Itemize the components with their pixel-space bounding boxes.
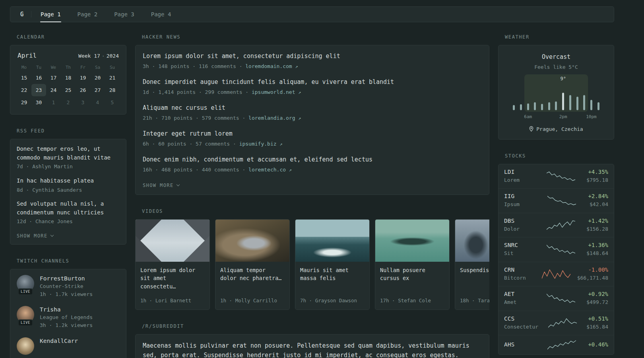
hn-story-domain-link[interactable]: loremlandia.org ↗: [248, 115, 301, 121]
twitch-card: LIVEForrestBurtonCounter-Strike1h · 1.7k…: [10, 269, 126, 358]
stock-values: +1.42%$156.28: [586, 218, 608, 233]
rss-item-meta: 12d · Chance Jones: [17, 218, 120, 226]
stock-name: Lorem: [504, 176, 535, 184]
hn-story-title[interactable]: Donec enim nibh, condimentum et accumsan…: [143, 155, 482, 164]
stock-row[interactable]: AETAmet+0.92%$499.72: [499, 286, 614, 311]
external-link-icon: ↗: [289, 167, 292, 173]
middle-column: HACKER NEWS Lorem ipsum dolor sit amet, …: [135, 34, 489, 358]
chevron-down-icon: [50, 233, 53, 237]
weather-bar: [520, 104, 522, 110]
dashboard-columns: CALENDAR April Week 17·2024 MoTuWeThFrSa…: [10, 34, 614, 358]
hn-story-title[interactable]: Donec imperdiet augue tincidunt felis al…: [143, 78, 482, 87]
app-logo[interactable]: G: [13, 7, 31, 22]
rss-list: Donec tempor eros leo, ut commodo mauris…: [17, 145, 120, 226]
weather-bar: [548, 102, 550, 110]
weather-bar-cell: [588, 85, 595, 110]
rss-item: Donec tempor eros leo, ut commodo mauris…: [17, 145, 120, 171]
video-thumbnail: [215, 220, 289, 262]
tab-page-2[interactable]: Page 2: [69, 7, 106, 22]
calendar-month: April: [17, 52, 37, 59]
stock-price: $42.04: [588, 200, 608, 208]
stock-symbol: LDI: [504, 169, 535, 175]
stock-name: Bitcorn: [504, 274, 535, 282]
stock-row[interactable]: CCSConsectetur+0.51%$165.84: [499, 311, 614, 335]
calendar-day: 25: [61, 84, 76, 96]
calendar-day: 26: [76, 84, 90, 96]
weather-location-row[interactable]: Prague, Czechia: [505, 126, 607, 132]
video-card[interactable]: Lorem ipsum dolor sit amet consectetu…1h…: [135, 219, 210, 310]
stock-row[interactable]: IIGIpsum+2.84%$42.04: [499, 188, 614, 213]
tab-page-4[interactable]: Page 4: [143, 7, 180, 22]
rss-item-title[interactable]: Sed volutpat nulla nisl, a condimentum n…: [17, 200, 120, 217]
hn-story-title[interactable]: Integer eget rutrum lorem: [143, 129, 482, 138]
stock-row[interactable]: AHS+0.46%: [499, 335, 614, 354]
twitch-channel-name[interactable]: ForrestBurton: [40, 275, 93, 282]
stock-name: Ipsum: [504, 200, 535, 208]
twitch-channel-name[interactable]: KendallCarr: [40, 338, 78, 344]
calendar-day: 3: [76, 96, 90, 109]
video-thumbnail: [136, 220, 209, 262]
weather-bar-cell: [524, 85, 531, 110]
stock-symbol: AET: [504, 291, 535, 297]
video-title: Suspendis diam: [460, 266, 489, 274]
video-card[interactable]: Nullam posuere cursus ex17h · Stefan Col…: [375, 219, 450, 310]
twitch-channel-name[interactable]: Trisha: [40, 306, 93, 313]
rss-item-meta: 7d · Ashlyn Martin: [17, 163, 120, 171]
video-thumbnail: [455, 220, 489, 262]
hackernews-show-more-button[interactable]: SHOW MORE: [143, 183, 179, 188]
video-title: Lorem ipsum dolor sit amet consectetu…: [140, 266, 205, 290]
tab-page-3[interactable]: Page 3: [106, 7, 143, 22]
twitch-channel-info: TrishaLeague of Legends3h · 1.2k viewers: [40, 306, 93, 329]
tab-page-1[interactable]: Page 1: [32, 7, 69, 22]
hackernews-widget: HACKER NEWS Lorem ipsum dolor sit amet, …: [135, 34, 489, 195]
video-card[interactable]: Suspendis diam18h · Tara: [455, 219, 489, 310]
hn-story-domain-link[interactable]: loremtech.co ↗: [248, 167, 292, 173]
hackernews-card: Lorem ipsum dolor sit amet, consectetur …: [135, 45, 489, 195]
stock-change: -1.00%: [577, 267, 608, 273]
subreddit-post-title[interactable]: Maecenas mollis pulvinar erat non posuer…: [143, 341, 482, 358]
calendar-weekday: Sa: [90, 61, 105, 72]
weather-peak-temp: 9°: [560, 76, 566, 82]
hackernews-widget-title: HACKER NEWS: [142, 34, 489, 40]
twitch-channel-game[interactable]: Counter-Strike: [40, 283, 93, 289]
video-title: Mauris sit amet massa felis: [300, 266, 365, 282]
hn-story-title[interactable]: Aliquam nec cursus elit: [143, 103, 482, 113]
hn-story-domain-link[interactable]: ipsumify.biz ↗: [239, 141, 283, 147]
twitch-channel-game[interactable]: League of Legends: [40, 314, 93, 320]
stock-sparkline-chart: [542, 269, 570, 279]
stock-id: CRNBitcorn: [504, 267, 535, 282]
twitch-avatar: [17, 337, 34, 355]
hn-story: Aliquam nec cursus elit21h · 710 points …: [143, 103, 482, 122]
stock-price: $156.28: [586, 225, 608, 233]
stock-sparkline-chart: [547, 220, 575, 230]
stock-row[interactable]: DBSDolor+1.42%$156.28: [499, 213, 614, 237]
stock-row[interactable]: SNRCSit+1.36%$148.64: [499, 237, 614, 262]
calendar-day: 2: [61, 96, 76, 109]
rss-item-title[interactable]: In hac habitasse platea: [17, 177, 120, 185]
hn-story-title[interactable]: Lorem ipsum dolor sit amet, consectetur …: [143, 52, 482, 61]
calendar-week-year: Week 17·2024: [78, 53, 119, 59]
calendar-day-grid: 1516171819202122232425262728293012345: [17, 72, 120, 109]
stock-row[interactable]: LDILorem+4.35%$795.18: [499, 164, 614, 189]
separator-dot: ·: [102, 53, 105, 59]
video-card[interactable]: Aliquam tempor dolor nec pharetra…1h · M…: [215, 219, 290, 310]
video-card[interactable]: Mauris sit amet massa felis7h · Grayson …: [295, 219, 370, 310]
weather-bar-cell: [574, 85, 581, 110]
video-title: Aliquam tempor dolor nec pharetra…: [220, 266, 285, 282]
subreddit-widget-title: /R/SUBREDDIT: [142, 323, 489, 329]
stock-row[interactable]: CRNBitcorn-1.00%$66,171.48: [499, 262, 614, 286]
hn-story: Donec enim nibh, condimentum et accumsan…: [143, 155, 482, 173]
rss-show-more-button[interactable]: SHOW MORE: [17, 233, 53, 239]
hn-story-domain-link[interactable]: ipsumworld.net ↗: [252, 89, 301, 95]
weather-bar: [541, 104, 543, 110]
weather-widget: WEATHER Overcast Feels like 5°C 9° 6am2p…: [498, 34, 614, 140]
stock-sparkline-chart: [547, 340, 576, 350]
video-title: Nullam posuere cursus ex: [380, 266, 444, 282]
weather-bar-cell: [595, 85, 602, 110]
rss-item-title[interactable]: Donec tempor eros leo, ut commodo mauris…: [17, 145, 120, 162]
calendar-widget-title: CALENDAR: [17, 34, 126, 40]
twitch-channel-info: ForrestBurtonCounter-Strike1h · 1.7k vie…: [40, 275, 93, 298]
hn-story-meta: 16h · 468 points · 440 comments · loremt…: [143, 166, 482, 174]
hn-story-domain-link[interactable]: loremdomain.com ↗: [245, 63, 298, 69]
calendar-day: 1: [46, 96, 61, 109]
